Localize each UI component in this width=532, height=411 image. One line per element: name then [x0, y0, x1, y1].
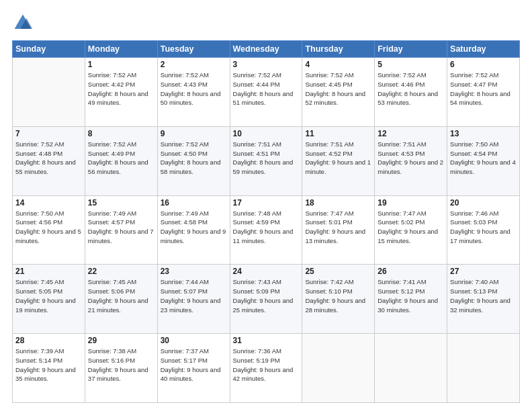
calendar-week-row: 7Sunrise: 7:52 AMSunset: 4:48 PMDaylight… — [13, 126, 520, 195]
day-number: 4 — [305, 60, 371, 69]
day-number: 22 — [88, 267, 154, 276]
calendar-week-row: 21Sunrise: 7:45 AMSunset: 5:05 PMDayligh… — [13, 265, 520, 334]
calendar-cell: 23Sunrise: 7:44 AMSunset: 5:07 PMDayligh… — [157, 265, 230, 334]
calendar-cell: 5Sunrise: 7:52 AMSunset: 4:46 PMDaylight… — [375, 58, 447, 127]
calendar-cell: 25Sunrise: 7:42 AMSunset: 5:10 PMDayligh… — [302, 265, 375, 334]
day-detail: Sunrise: 7:52 AMSunset: 4:42 PMDaylight:… — [88, 71, 154, 107]
calendar-cell: 24Sunrise: 7:43 AMSunset: 5:09 PMDayligh… — [230, 265, 302, 334]
calendar-cell: 15Sunrise: 7:49 AMSunset: 4:57 PMDayligh… — [85, 195, 157, 265]
day-detail: Sunrise: 7:50 AMSunset: 4:56 PMDaylight:… — [15, 209, 82, 246]
calendar-cell: 31Sunrise: 7:36 AMSunset: 5:19 PMDayligh… — [230, 334, 302, 403]
calendar-cell: 11Sunrise: 7:51 AMSunset: 4:52 PMDayligh… — [302, 126, 375, 195]
day-number: 1 — [88, 60, 154, 69]
day-detail: Sunrise: 7:42 AMSunset: 5:10 PMDaylight:… — [305, 277, 371, 314]
logo-icon — [12, 12, 34, 34]
day-number: 15 — [88, 198, 154, 208]
day-detail: Sunrise: 7:52 AMSunset: 4:43 PMDaylight:… — [161, 71, 227, 107]
day-number: 26 — [378, 267, 444, 276]
day-detail: Sunrise: 7:46 AMSunset: 5:03 PMDaylight:… — [450, 209, 517, 246]
day-number: 17 — [233, 198, 300, 208]
day-number: 24 — [233, 267, 300, 276]
day-number: 27 — [450, 267, 517, 276]
day-number: 31 — [233, 336, 300, 345]
calendar-cell: 17Sunrise: 7:48 AMSunset: 4:59 PMDayligh… — [230, 195, 302, 265]
calendar-cell: 22Sunrise: 7:45 AMSunset: 5:06 PMDayligh… — [85, 265, 157, 334]
day-detail: Sunrise: 7:38 AMSunset: 5:16 PMDaylight:… — [88, 347, 154, 383]
day-number: 30 — [161, 336, 227, 345]
logo — [12, 12, 36, 34]
day-detail: Sunrise: 7:50 AMSunset: 4:54 PMDaylight:… — [450, 140, 517, 177]
calendar-week-row: 1Sunrise: 7:52 AMSunset: 4:42 PMDaylight… — [13, 58, 520, 127]
header — [12, 12, 520, 34]
day-number: 19 — [378, 198, 444, 208]
day-detail: Sunrise: 7:37 AMSunset: 5:17 PMDaylight:… — [161, 347, 227, 383]
calendar-cell: 21Sunrise: 7:45 AMSunset: 5:05 PMDayligh… — [13, 265, 85, 334]
day-detail: Sunrise: 7:45 AMSunset: 5:05 PMDaylight:… — [15, 277, 82, 314]
day-number: 16 — [161, 198, 227, 208]
day-number: 14 — [15, 198, 82, 208]
calendar-cell: 20Sunrise: 7:46 AMSunset: 5:03 PMDayligh… — [447, 195, 520, 265]
calendar-cell: 2Sunrise: 7:52 AMSunset: 4:43 PMDaylight… — [157, 58, 230, 127]
day-detail: Sunrise: 7:49 AMSunset: 4:58 PMDaylight:… — [161, 209, 227, 246]
day-number: 18 — [305, 198, 371, 208]
day-detail: Sunrise: 7:49 AMSunset: 4:57 PMDaylight:… — [88, 209, 154, 246]
calendar-cell — [375, 334, 447, 403]
day-number: 2 — [161, 60, 227, 69]
day-number: 10 — [233, 129, 300, 138]
day-detail: Sunrise: 7:44 AMSunset: 5:07 PMDaylight:… — [161, 277, 227, 314]
day-number: 7 — [15, 129, 82, 138]
calendar-cell: 8Sunrise: 7:52 AMSunset: 4:49 PMDaylight… — [85, 126, 157, 195]
calendar-cell: 26Sunrise: 7:41 AMSunset: 5:12 PMDayligh… — [375, 265, 447, 334]
day-detail: Sunrise: 7:39 AMSunset: 5:14 PMDaylight:… — [15, 347, 82, 383]
day-detail: Sunrise: 7:52 AMSunset: 4:47 PMDaylight:… — [450, 71, 517, 107]
weekday-header-row: SundayMondayTuesdayWednesdayThursdayFrid… — [13, 41, 520, 58]
weekday-header: Wednesday — [230, 41, 302, 58]
calendar-cell: 9Sunrise: 7:52 AMSunset: 4:50 PMDaylight… — [157, 126, 230, 195]
day-number: 13 — [450, 129, 517, 138]
day-detail: Sunrise: 7:52 AMSunset: 4:48 PMDaylight:… — [15, 140, 82, 177]
day-detail: Sunrise: 7:52 AMSunset: 4:44 PMDaylight:… — [233, 71, 300, 107]
calendar-cell: 4Sunrise: 7:52 AMSunset: 4:45 PMDaylight… — [302, 58, 375, 127]
calendar-cell: 13Sunrise: 7:50 AMSunset: 4:54 PMDayligh… — [447, 126, 520, 195]
day-detail: Sunrise: 7:47 AMSunset: 5:01 PMDaylight:… — [305, 209, 371, 246]
weekday-header: Thursday — [302, 41, 375, 58]
day-detail: Sunrise: 7:36 AMSunset: 5:19 PMDaylight:… — [233, 347, 300, 383]
day-number: 8 — [88, 129, 154, 138]
day-number: 23 — [161, 267, 227, 276]
calendar-cell: 18Sunrise: 7:47 AMSunset: 5:01 PMDayligh… — [302, 195, 375, 265]
calendar-cell: 27Sunrise: 7:40 AMSunset: 5:13 PMDayligh… — [447, 265, 520, 334]
day-detail: Sunrise: 7:51 AMSunset: 4:51 PMDaylight:… — [233, 140, 300, 177]
day-detail: Sunrise: 7:40 AMSunset: 5:13 PMDaylight:… — [450, 277, 517, 314]
day-number: 11 — [305, 129, 371, 138]
calendar-cell: 1Sunrise: 7:52 AMSunset: 4:42 PMDaylight… — [85, 58, 157, 127]
calendar-cell — [302, 334, 375, 403]
calendar-cell: 28Sunrise: 7:39 AMSunset: 5:14 PMDayligh… — [13, 334, 85, 403]
day-detail: Sunrise: 7:52 AMSunset: 4:50 PMDaylight:… — [161, 140, 227, 177]
weekday-header: Tuesday — [157, 41, 230, 58]
day-number: 3 — [233, 60, 300, 69]
calendar-cell: 3Sunrise: 7:52 AMSunset: 4:44 PMDaylight… — [230, 58, 302, 127]
calendar-cell: 10Sunrise: 7:51 AMSunset: 4:51 PMDayligh… — [230, 126, 302, 195]
weekday-header: Saturday — [447, 41, 520, 58]
calendar-page: SundayMondayTuesdayWednesdayThursdayFrid… — [0, 0, 532, 411]
calendar-week-row: 28Sunrise: 7:39 AMSunset: 5:14 PMDayligh… — [13, 334, 520, 403]
day-detail: Sunrise: 7:45 AMSunset: 5:06 PMDaylight:… — [88, 277, 154, 314]
day-detail: Sunrise: 7:52 AMSunset: 4:49 PMDaylight:… — [88, 140, 154, 177]
day-number: 25 — [305, 267, 371, 276]
day-detail: Sunrise: 7:41 AMSunset: 5:12 PMDaylight:… — [378, 277, 444, 314]
calendar-cell: 19Sunrise: 7:47 AMSunset: 5:02 PMDayligh… — [375, 195, 447, 265]
day-detail: Sunrise: 7:47 AMSunset: 5:02 PMDaylight:… — [378, 209, 444, 246]
calendar-cell: 16Sunrise: 7:49 AMSunset: 4:58 PMDayligh… — [157, 195, 230, 265]
day-number: 21 — [15, 267, 82, 276]
day-number: 5 — [378, 60, 444, 69]
weekday-header: Friday — [375, 41, 447, 58]
calendar-cell: 12Sunrise: 7:51 AMSunset: 4:53 PMDayligh… — [375, 126, 447, 195]
calendar-cell: 29Sunrise: 7:38 AMSunset: 5:16 PMDayligh… — [85, 334, 157, 403]
day-detail: Sunrise: 7:51 AMSunset: 4:53 PMDaylight:… — [378, 140, 444, 177]
calendar-table: SundayMondayTuesdayWednesdayThursdayFrid… — [12, 40, 520, 403]
calendar-cell: 30Sunrise: 7:37 AMSunset: 5:17 PMDayligh… — [157, 334, 230, 403]
calendar-cell: 14Sunrise: 7:50 AMSunset: 4:56 PMDayligh… — [13, 195, 85, 265]
day-detail: Sunrise: 7:52 AMSunset: 4:45 PMDaylight:… — [305, 71, 371, 107]
calendar-cell — [13, 58, 85, 127]
day-number: 28 — [15, 336, 82, 345]
